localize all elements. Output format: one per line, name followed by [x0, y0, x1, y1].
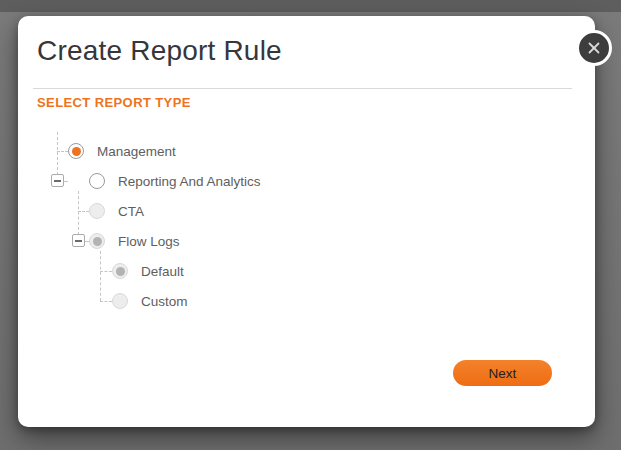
- tree-item-label[interactable]: Management: [97, 144, 176, 159]
- radio-cta: [89, 203, 105, 219]
- tree-item-label: Flow Logs: [118, 234, 180, 249]
- next-button[interactable]: Next: [453, 360, 552, 386]
- tree-item-reporting-and-analytics: Reporting And Analytics: [89, 166, 261, 196]
- tree-item-management: Management: [68, 136, 176, 166]
- backdrop-top-band: [0, 0, 621, 12]
- radio-dot: [93, 207, 102, 216]
- tree-item-flow-logs: Flow Logs: [89, 226, 180, 256]
- radio-management[interactable]: [68, 143, 84, 159]
- create-report-rule-dialog: Create Report Rule SELECT REPORT TYPE Ma…: [18, 16, 595, 427]
- tree-item-label[interactable]: Reporting And Analytics: [118, 174, 261, 189]
- minus-icon: [54, 180, 61, 182]
- collapse-toggle-reporting-and-analytics[interactable]: [51, 174, 64, 187]
- tree-guide: [78, 191, 79, 235]
- tree-item-default: Default: [112, 256, 184, 286]
- radio-dot: [93, 177, 102, 186]
- tree-guide: [78, 211, 89, 212]
- page-title: Create Report Rule: [37, 35, 282, 67]
- tree-item-custom: Custom: [112, 286, 188, 316]
- close-icon: [587, 41, 601, 55]
- header-divider: [33, 88, 572, 89]
- radio-flow-logs: [89, 233, 105, 249]
- tree-guide: [64, 181, 68, 182]
- tree-item-label: Default: [141, 264, 184, 279]
- radio-reporting-and-analytics[interactable]: [89, 173, 105, 189]
- radio-default: [112, 263, 128, 279]
- tree-guide: [100, 271, 112, 272]
- collapse-toggle-flow-logs[interactable]: [72, 234, 85, 247]
- tree-guide: [100, 251, 101, 301]
- radio-custom: [112, 293, 128, 309]
- minus-icon: [75, 240, 82, 242]
- radio-dot: [116, 297, 125, 306]
- tree-item-label: Custom: [141, 294, 188, 309]
- tree-guide: [100, 301, 112, 302]
- radio-dot: [93, 237, 102, 246]
- tree-item-cta: CTA: [89, 196, 144, 226]
- radio-dot: [72, 147, 81, 156]
- tree-guide: [57, 132, 58, 175]
- section-heading: SELECT REPORT TYPE: [37, 95, 191, 110]
- tree-guide: [57, 151, 68, 152]
- radio-dot: [116, 267, 125, 276]
- tree-item-label: CTA: [118, 204, 144, 219]
- close-button[interactable]: [576, 30, 612, 66]
